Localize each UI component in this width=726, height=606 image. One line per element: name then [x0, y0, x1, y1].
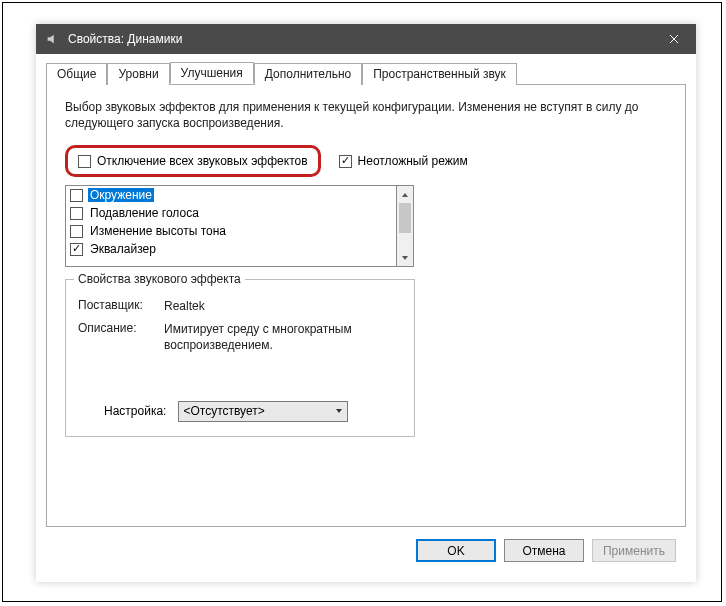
tab-levels[interactable]: Уровни — [107, 63, 169, 85]
immediate-mode-label: Неотложный режим — [358, 154, 468, 168]
effects-listbox[interactable]: Окружение Подавление голоса Изменение вы… — [65, 185, 397, 267]
checkbox-box-icon[interactable] — [70, 225, 83, 238]
scroll-up-arrow-icon[interactable] — [397, 186, 413, 203]
list-item-label: Подавление голоса — [88, 206, 201, 220]
titlebar-title: Свойства: Динамики — [68, 32, 651, 46]
effects-list-wrap: Окружение Подавление голоса Изменение вы… — [65, 185, 667, 267]
client-area: Общие Уровни Улучшения Дополнительно Про… — [36, 54, 696, 572]
listbox-scrollbar[interactable] — [397, 185, 414, 267]
description-label: Описание: — [78, 321, 164, 353]
scroll-down-arrow-icon[interactable] — [397, 249, 413, 266]
tab-advanced[interactable]: Дополнительно — [254, 63, 362, 85]
effect-properties-group: Свойства звукового эффекта Поставщик: Re… — [65, 279, 415, 437]
description-value: Имитирует среду с многократным воспроизв… — [164, 321, 402, 353]
panel-description: Выбор звуковых эффектов для применения к… — [65, 99, 667, 131]
list-item-label: Эквалайзер — [88, 242, 158, 256]
vendor-value: Realtek — [164, 298, 402, 314]
immediate-mode-checkbox[interactable]: Неотложный режим — [339, 154, 468, 168]
tab-panel-enhancements: Выбор звуковых эффектов для применения к… — [46, 85, 686, 527]
list-item[interactable]: Эквалайзер — [66, 240, 396, 258]
list-item-label: Изменение высоты тона — [88, 224, 228, 238]
chevron-down-icon — [335, 404, 343, 418]
checkbox-box-icon[interactable] — [70, 189, 83, 202]
list-item[interactable]: Окружение — [66, 186, 396, 204]
apply-button[interactable]: Применить — [592, 539, 676, 562]
checkbox-box-icon — [78, 155, 91, 168]
ok-button[interactable]: OK — [416, 539, 496, 562]
tabstrip: Общие Уровни Улучшения Дополнительно Про… — [46, 62, 686, 85]
setting-row: Настройка: <Отсутствует> — [78, 401, 402, 422]
highlight-annotation: Отключение всех звуковых эффектов — [65, 145, 321, 177]
tab-spatial[interactable]: Пространственный звук — [362, 63, 517, 85]
vendor-label: Поставщик: — [78, 298, 164, 314]
setting-selected-value: <Отсутствует> — [183, 404, 264, 418]
tab-enhancements[interactable]: Улучшения — [170, 62, 254, 84]
list-item[interactable]: Изменение высоты тона — [66, 222, 396, 240]
disable-all-effects-label: Отключение всех звуковых эффектов — [97, 154, 308, 168]
scrollbar-track[interactable] — [397, 203, 413, 249]
description-row: Описание: Имитирует среду с многократным… — [78, 321, 402, 353]
dialog-window: Свойства: Динамики Общие Уровни Улучшени… — [36, 24, 696, 582]
group-legend: Свойства звукового эффекта — [74, 272, 245, 286]
close-button[interactable] — [651, 24, 696, 54]
checkbox-box-icon[interactable] — [70, 243, 83, 256]
checkbox-box-icon — [339, 155, 352, 168]
list-item-label: Окружение — [88, 188, 154, 202]
list-item[interactable]: Подавление голоса — [66, 204, 396, 222]
disable-all-effects-checkbox[interactable]: Отключение всех звуковых эффектов — [78, 154, 308, 168]
setting-label: Настройка: — [104, 404, 166, 418]
scrollbar-thumb[interactable] — [399, 203, 411, 233]
checkbox-row: Отключение всех звуковых эффектов Неотло… — [65, 145, 667, 177]
dialog-button-row: OK Отмена Применить — [46, 527, 686, 562]
tab-general[interactable]: Общие — [46, 63, 107, 85]
titlebar: Свойства: Динамики — [36, 24, 696, 54]
checkbox-box-icon[interactable] — [70, 207, 83, 220]
speaker-icon — [44, 31, 60, 47]
setting-combobox[interactable]: <Отсутствует> — [178, 401, 348, 422]
cancel-button[interactable]: Отмена — [504, 539, 584, 562]
vendor-row: Поставщик: Realtek — [78, 298, 402, 314]
